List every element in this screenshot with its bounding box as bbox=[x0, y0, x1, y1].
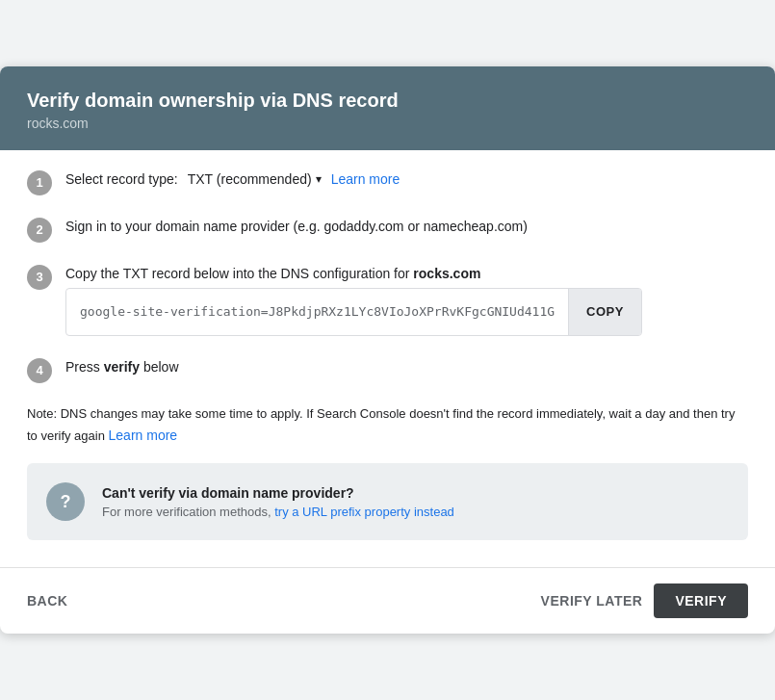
record-type-value: TXT (recommended) bbox=[188, 169, 312, 190]
back-button[interactable]: BACK bbox=[27, 593, 67, 609]
alt-verify-link[interactable]: try a URL prefix property instead bbox=[274, 505, 454, 519]
step-2: 2 Sign in to your domain name provider (… bbox=[27, 217, 748, 243]
step-3-content: Copy the TXT record below into the DNS c… bbox=[65, 264, 642, 336]
alt-verify-title: Can't verify via domain name provider? bbox=[102, 485, 454, 501]
step-2-content: Sign in to your domain name provider (e.… bbox=[65, 217, 528, 237]
step-1-learn-more[interactable]: Learn more bbox=[331, 169, 400, 190]
question-circle-icon: ? bbox=[46, 482, 85, 521]
step-3-number: 3 bbox=[27, 265, 52, 290]
txt-record-box: google-site-verification=J8PkdjpRXz1LYc8… bbox=[65, 288, 642, 336]
header-domain: rocks.com bbox=[27, 116, 748, 131]
txt-record-value: google-site-verification=J8PkdjpRXz1LYc8… bbox=[66, 291, 568, 333]
step-3: 3 Copy the TXT record below into the DNS… bbox=[27, 264, 748, 336]
step-2-number: 2 bbox=[27, 218, 52, 243]
step-3-domain: rocks.com bbox=[413, 266, 480, 281]
record-type-label: Select record type: bbox=[65, 169, 178, 190]
verify-later-button[interactable]: VERIFY LATER bbox=[541, 593, 643, 609]
alt-verify-sub-text: For more verification methods, bbox=[102, 505, 274, 519]
dialog-body: 1 Select record type: TXT (recommended) … bbox=[0, 150, 775, 568]
verify-button[interactable]: VERIFY bbox=[654, 583, 748, 618]
step-4-bold-word: verify bbox=[104, 359, 140, 375]
dialog-title: Verify domain ownership via DNS record bbox=[27, 90, 748, 112]
step-1-content: Select record type: TXT (recommended) ▾ … bbox=[65, 169, 400, 190]
step-1-number: 1 bbox=[27, 170, 52, 195]
step-4-text-before: Press bbox=[65, 359, 104, 375]
dialog: Verify domain ownership via DNS record r… bbox=[0, 66, 775, 635]
record-type-select[interactable]: TXT (recommended) ▾ bbox=[188, 169, 322, 190]
note-learn-more[interactable]: Learn more bbox=[109, 428, 178, 443]
alt-verify-box: ? Can't verify via domain name provider?… bbox=[27, 463, 748, 540]
step-4: 4 Press verify below bbox=[27, 357, 748, 383]
alt-verify-text: Can't verify via domain name provider? F… bbox=[102, 485, 454, 519]
dropdown-arrow-icon: ▾ bbox=[316, 170, 322, 188]
step-1: 1 Select record type: TXT (recommended) … bbox=[27, 169, 748, 195]
step-4-content: Press verify below bbox=[65, 357, 179, 377]
step-3-text-before: Copy the TXT record below into the DNS c… bbox=[65, 266, 413, 281]
dialog-header: Verify domain ownership via DNS record r… bbox=[0, 66, 775, 150]
dialog-footer: BACK VERIFY LATER VERIFY bbox=[0, 567, 775, 634]
copy-button[interactable]: COPY bbox=[568, 289, 641, 335]
step-4-text-after: below bbox=[140, 359, 178, 375]
alt-verify-sub: For more verification methods, try a URL… bbox=[102, 505, 454, 519]
footer-right: VERIFY LATER VERIFY bbox=[541, 583, 748, 618]
note-text: Note: DNS changes may take some time to … bbox=[27, 404, 748, 447]
step-4-number: 4 bbox=[27, 358, 52, 383]
